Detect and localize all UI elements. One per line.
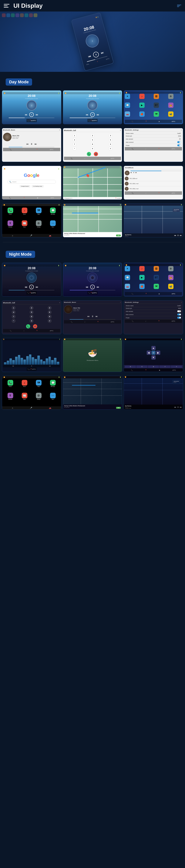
key-4[interactable]: 4 <box>73 138 76 142</box>
app-bt[interactable]: BT <box>154 102 159 108</box>
app-radio[interactable]: 📻 <box>168 102 174 108</box>
nav-right[interactable]: ▶ <box>156 351 160 355</box>
night-eq-next[interactable]: ⏭ <box>49 365 51 367</box>
bt-play[interactable]: ⏸ <box>30 143 33 145</box>
night-key-star[interactable]: * <box>12 319 16 323</box>
auto-answer-toggle[interactable] <box>177 138 181 140</box>
app-telegram[interactable]: ✈ <box>125 94 130 99</box>
night-key-hash[interactable]: # <box>48 319 52 323</box>
call-btn[interactable]: 📞 <box>87 152 91 156</box>
nav-center[interactable]: ⊙ <box>151 351 156 355</box>
night-cp-car[interactable]: 🚗 <box>49 407 51 409</box>
night-cp-podcast[interactable]: 🎙 Podcasts <box>4 393 17 405</box>
key-7[interactable]: 7 <box>73 142 76 146</box>
nav-lines-icon[interactable] <box>177 5 181 7</box>
night-coffee-map-card[interactable]: 📶 🔋 Sunny Coffee Modern Restaurant <box>63 376 122 410</box>
night-key-5[interactable]: 5 <box>30 310 33 314</box>
night-app-telegram[interactable]: ✈ <box>125 266 130 271</box>
google-search-btn[interactable]: Google Search <box>20 185 30 187</box>
night-nav-btn-2[interactable]: ⊟ <box>136 366 148 368</box>
night-end-btn[interactable]: 📵 <box>33 324 37 329</box>
cp-siri[interactable]: 🎤 <box>30 235 32 237</box>
night-cp-news[interactable]: 📰 News <box>18 393 31 405</box>
night-cp-siri[interactable]: 🎤 <box>30 407 32 409</box>
night-key-7[interactable]: 7 <box>12 315 16 318</box>
social-music-card[interactable]: SocialMusic ⏮ ⏸ ⏭ <box>124 166 183 200</box>
night-apps-card[interactable]: 📶 🔋 ✈ ♪ 🖼 ⚙ 💬 ▶ BT 📻 🚗 🍎 🗺 📹 <box>124 262 183 297</box>
local-music-item-1[interactable]: 华乐_经典.mp3 <box>125 176 182 181</box>
night-play-1[interactable]: ⏸ <box>29 285 34 289</box>
night-car-next[interactable]: ⏭ <box>180 406 182 408</box>
cp-maps[interactable]: 🗺 Maps <box>32 208 45 220</box>
night-app-settings[interactable]: ⚙ <box>168 266 174 271</box>
night-carplay-card[interactable]: 📶 🔋 📞 Phone ♪ Music 🗺 Maps <box>2 376 61 410</box>
night-key-4[interactable]: 4 <box>12 310 16 314</box>
cp-podcast[interactable]: 🎙 Podcasts <box>4 220 17 232</box>
bt-call-card[interactable]: Bluetooth_Call ✕ 1 2 3 4 5 6 7 8 9 * 0 # <box>63 128 122 162</box>
social-play[interactable]: ⏸ <box>133 172 134 174</box>
local-music-item-2[interactable]: 华乐_经典_2.mp3 <box>125 181 182 186</box>
night-bt-call-card[interactable]: Bluetooth_Call ✕ 1 2 3 4 5 6 7 8 9 * 0 # <box>2 300 61 334</box>
app-video[interactable]: 📹 <box>168 112 174 117</box>
night-play-2[interactable]: ⏸ <box>90 285 95 289</box>
key-3[interactable]: 3 <box>109 134 112 137</box>
day-music-player-1[interactable]: 📶 🔋 20:08 A soothing piece of music ♪ ⏮ … <box>2 90 61 124</box>
night-app-carlife[interactable]: 🚗 <box>125 284 130 289</box>
app-map[interactable]: 🗺 <box>154 112 159 117</box>
night-app-music[interactable]: ♪ <box>139 266 144 271</box>
night-key-9[interactable]: 9 <box>48 315 52 318</box>
night-cp-maps[interactable]: 🗺 Maps <box>32 380 45 392</box>
car-next[interactable]: ⏭ <box>180 234 182 237</box>
next-btn-1[interactable]: ⏭ <box>36 113 38 116</box>
google-search-bar[interactable]: 🔍 Search <box>7 180 56 184</box>
night-cp-phone[interactable]: 📞 Phone <box>4 380 17 392</box>
night-music-player-1[interactable]: 📶 🔋 20:08 A soothing piece of music ⏮ ⏸ … <box>2 262 61 297</box>
night-call-btn[interactable]: 📞 <box>26 324 30 329</box>
night-key-2[interactable]: 2 <box>30 306 33 310</box>
cp-phone[interactable]: 📞 Phone <box>4 208 17 220</box>
night-bt-play[interactable]: ⏸ <box>91 315 94 318</box>
menu-icon[interactable] <box>4 2 10 9</box>
key-star[interactable]: * <box>73 147 76 150</box>
nav-coffee-card[interactable]: 📶 🔋 Sunny Coffee Modern Restaurant 10:18… <box>63 204 122 237</box>
map-card[interactable]: 📶 🔋 ☀ Pleasant 24°C 📍 Locati <box>63 166 122 200</box>
night-nav-btn-5[interactable]: ↻ <box>171 366 182 368</box>
night-eq-play[interactable]: ⏸ <box>31 365 32 367</box>
night-nav-btn-4[interactable]: ↺ <box>159 366 170 368</box>
night-app-iqiyi[interactable]: ▶ <box>139 275 144 280</box>
night-cp-messages[interactable]: 💬 Messages <box>46 380 59 392</box>
auto-connect-toggle[interactable] <box>177 141 181 143</box>
hero-play-button[interactable]: ⏸ <box>92 51 100 58</box>
night-bt-prev[interactable]: ⏮ <box>87 315 89 318</box>
hero-next-icon[interactable]: ⏭ <box>100 51 104 55</box>
cp-music[interactable]: ♪ Music <box>18 208 31 220</box>
key-6[interactable]: 6 <box>109 138 112 142</box>
key-hash[interactable]: # <box>109 147 112 150</box>
bt-settings-card[interactable]: Bluetooth_Settings ✕ Device name CarBT D… <box>124 128 183 162</box>
night-app-wechat[interactable]: 💬 <box>125 275 130 280</box>
night-prev-2[interactable]: ⏮ <box>86 285 88 288</box>
night-cp-home[interactable]: ⌂ <box>12 407 13 409</box>
app-wechat[interactable]: 💬 <box>125 102 130 108</box>
play-btn-1[interactable]: ⏸ <box>29 112 34 117</box>
night-eq-card[interactable]: 📶 🔋 <box>2 338 61 372</box>
night-key-3[interactable]: 3 <box>48 306 52 310</box>
bt-next[interactable]: ⏭ <box>34 143 37 145</box>
night-nav-btn-1[interactable]: ⊞ <box>125 366 136 368</box>
night-nav-btn-3[interactable]: ⊠ <box>148 366 159 368</box>
app-carplay[interactable]: 🍎 <box>139 112 144 117</box>
night-auto-answer-toggle[interactable] <box>177 310 181 312</box>
night-go-btn[interactable]: GO <box>116 407 121 409</box>
cp-news[interactable]: 📰 News <box>18 220 31 232</box>
night-auto-connect-toggle[interactable] <box>177 313 181 315</box>
car-prev[interactable]: ⏮ <box>174 234 176 237</box>
car-nav-card[interactable]: 📶 🔋 10:18 ETA 9.0 km Not Playing <box>124 204 183 237</box>
carplay-card[interactable]: 📶 🔋 📞 Phone ♪ Music 🗺 Maps <box>2 204 61 237</box>
cp-settings[interactable]: ⚙ Settings <box>32 220 45 232</box>
social-next[interactable]: ⏭ <box>135 172 137 174</box>
prev-btn-2[interactable]: ⏮ <box>86 113 88 116</box>
lucky-btn[interactable]: I'm Feeling Lucky <box>32 185 44 187</box>
cp-messages[interactable]: 💬 Messages <box>46 208 59 220</box>
night-next-1[interactable]: ⏭ <box>36 285 38 288</box>
night-key-6[interactable]: 6 <box>48 310 52 314</box>
